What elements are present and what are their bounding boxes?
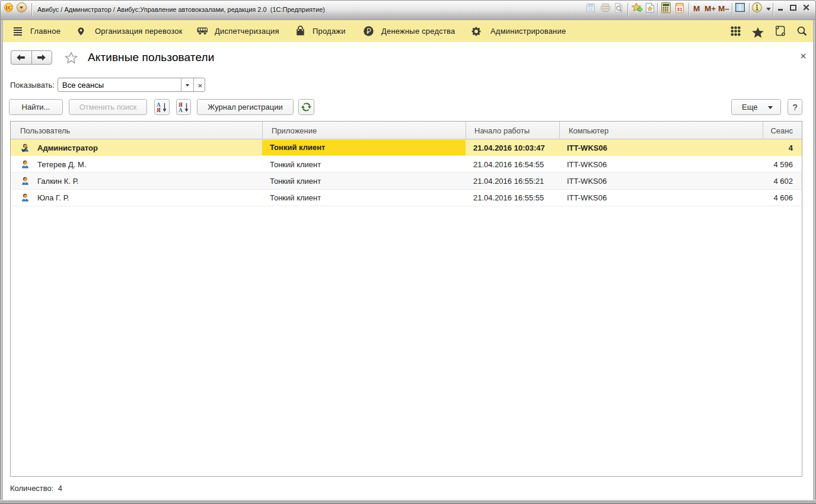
svg-text:31: 31 (677, 7, 683, 12)
svg-text:А: А (179, 107, 183, 113)
svg-text:Я: Я (157, 107, 161, 113)
